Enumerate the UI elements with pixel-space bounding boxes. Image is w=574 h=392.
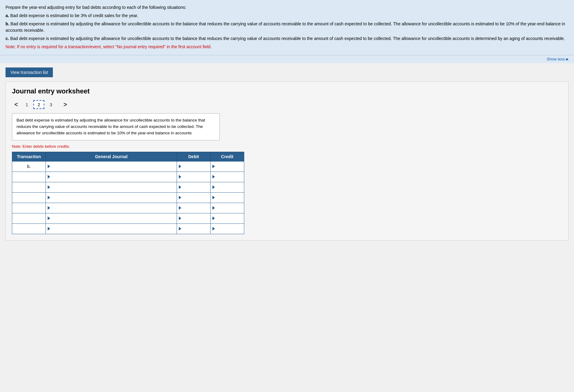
general-journal-input[interactable] (51, 224, 174, 233)
tab-3[interactable]: 3 (46, 100, 56, 109)
debit-cell[interactable] (177, 172, 211, 182)
transaction-cell (12, 223, 46, 234)
transaction-cell: b. (12, 161, 46, 172)
next-tab-arrow[interactable]: > (61, 100, 70, 109)
general-journal-cell[interactable] (46, 161, 177, 172)
cell-arrow-icon (48, 206, 50, 210)
credit-cell[interactable] (211, 203, 244, 213)
credit-cell[interactable] (211, 223, 244, 234)
credit-cell[interactable] (211, 213, 244, 223)
general-journal-input[interactable] (51, 172, 174, 181)
view-transaction-button[interactable]: View transaction list (6, 67, 53, 77)
general-journal-cell[interactable] (46, 182, 177, 192)
credit-input[interactable] (216, 183, 241, 191)
credit-cell[interactable] (211, 172, 244, 182)
tab-1[interactable]: 1 (22, 100, 32, 109)
general-journal-input[interactable] (51, 214, 174, 223)
credit-cell[interactable] (211, 182, 244, 192)
debit-input[interactable] (182, 162, 208, 171)
col-header-debit: Debit (177, 152, 211, 161)
cell-arrow-icon (179, 165, 181, 168)
prev-tab-arrow[interactable]: < (12, 100, 20, 109)
debit-cell[interactable] (177, 182, 211, 192)
table-header-row: Transaction General Journal Debit Credit (12, 152, 244, 161)
debit-cell[interactable] (177, 161, 211, 172)
table-row (12, 182, 244, 192)
debit-input[interactable] (182, 183, 208, 191)
cell-arrow-icon (179, 227, 181, 230)
col-header-transaction: Transaction (12, 152, 46, 161)
table-row: b. (12, 161, 244, 172)
general-journal-cell[interactable] (46, 192, 177, 203)
general-journal-input[interactable] (51, 204, 174, 212)
show-less-row: Show less (0, 55, 574, 63)
col-header-credit: Credit (211, 152, 244, 161)
credit-input[interactable] (216, 193, 241, 202)
general-journal-input[interactable] (51, 193, 174, 202)
debit-cell[interactable] (177, 203, 211, 213)
credit-cell[interactable] (211, 161, 244, 172)
col-header-general-journal: General Journal (46, 152, 177, 161)
cell-arrow-icon (212, 165, 215, 168)
debit-input[interactable] (182, 172, 208, 181)
show-less-label: Show less (547, 57, 565, 61)
triangle-up-icon (565, 58, 568, 60)
item-c-text: Bad debt expense is estimated by adjusti… (9, 36, 565, 41)
debit-input[interactable] (182, 214, 208, 223)
table-row (12, 203, 244, 213)
cell-arrow-icon (48, 216, 50, 220)
general-journal-cell[interactable] (46, 203, 177, 213)
item-b-bold: b. (6, 21, 9, 26)
debit-input[interactable] (182, 204, 208, 212)
table-body: b. (12, 161, 244, 234)
credit-input[interactable] (216, 204, 241, 212)
table-row (12, 172, 244, 182)
table-row (12, 223, 244, 234)
cell-arrow-icon (48, 165, 50, 168)
credit-input[interactable] (216, 224, 241, 233)
debit-input[interactable] (182, 224, 208, 233)
transaction-cell (12, 182, 46, 192)
view-transaction-wrapper: View transaction list (0, 63, 574, 82)
general-journal-cell[interactable] (46, 172, 177, 182)
general-journal-input[interactable] (51, 162, 174, 171)
cell-arrow-icon (179, 185, 181, 189)
worksheet-box: Journal entry worksheet < 1 2 3 > Bad de… (6, 82, 568, 241)
item-c-bold: c. (6, 36, 9, 41)
credit-input[interactable] (216, 162, 241, 171)
cell-arrow-icon (212, 185, 215, 189)
general-journal-input[interactable] (51, 183, 174, 191)
general-journal-cell[interactable] (46, 213, 177, 223)
item-a-bold: a. (6, 13, 9, 18)
worksheet-title: Journal entry worksheet (12, 87, 562, 95)
instructions-item-c: c. Bad debt expense is estimated by adju… (6, 35, 568, 42)
credit-cell[interactable] (211, 192, 244, 203)
worksheet-container: Journal entry worksheet < 1 2 3 > Bad de… (0, 82, 574, 247)
transaction-cell (12, 172, 46, 182)
credit-input[interactable] (216, 214, 241, 223)
cell-arrow-icon (48, 196, 50, 199)
transaction-cell (12, 203, 46, 213)
cell-arrow-icon (48, 185, 50, 189)
table-row (12, 213, 244, 223)
tab-2[interactable]: 2 (33, 100, 44, 109)
cell-arrow-icon (212, 196, 215, 199)
debit-cell[interactable] (177, 213, 211, 223)
item-a-text: Bad debt expense is estimated to be 3% o… (9, 13, 138, 18)
page-wrapper: Prepare the year-end adjusting entry for… (0, 0, 574, 392)
journal-table: Transaction General Journal Debit Credit… (12, 152, 244, 234)
show-less-link[interactable]: Show less (547, 57, 568, 61)
transaction-cell (12, 213, 46, 223)
debit-cell[interactable] (177, 223, 211, 234)
item-b-text: Bad debt expense is estimated by adjusti… (6, 21, 565, 33)
cell-arrow-icon (212, 175, 215, 179)
general-journal-cell[interactable] (46, 223, 177, 234)
credit-input[interactable] (216, 172, 241, 181)
cell-arrow-icon (212, 216, 215, 220)
instructions-intro: Prepare the year-end adjusting entry for… (6, 4, 568, 11)
debit-input[interactable] (182, 193, 208, 202)
cell-arrow-icon (48, 175, 50, 179)
debit-cell[interactable] (177, 192, 211, 203)
instructions-note: Note: If no entry is required for a tran… (6, 44, 568, 50)
cell-arrow-icon (48, 227, 50, 230)
